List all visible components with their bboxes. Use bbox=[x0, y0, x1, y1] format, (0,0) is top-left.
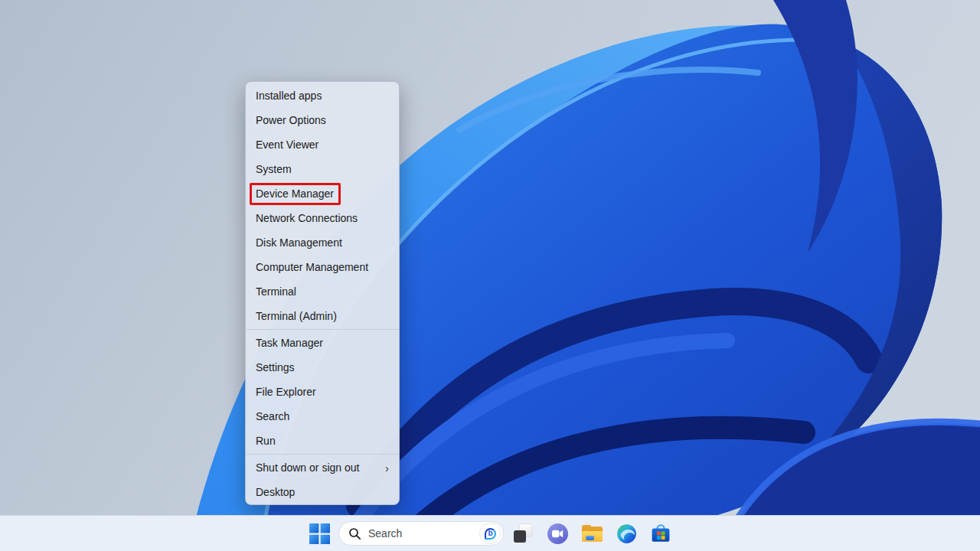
bing-chat-button[interactable]: b bbox=[479, 523, 501, 544]
chat-teams-button[interactable] bbox=[542, 518, 573, 549]
microsoft-store-icon bbox=[651, 523, 671, 543]
menu-item-label: Computer Management bbox=[256, 261, 368, 273]
windows-logo-icon bbox=[309, 523, 330, 544]
wallpaper-bloom bbox=[0, 0, 980, 551]
menu-item-label: Terminal (Admin) bbox=[256, 310, 337, 322]
file-explorer-icon bbox=[582, 525, 603, 543]
file-explorer-button[interactable] bbox=[577, 518, 607, 549]
menu-item-label: Shut down or sign out bbox=[256, 461, 359, 474]
menu-item-device-manager[interactable]: Device Manager bbox=[246, 181, 399, 206]
bing-icon: b bbox=[484, 527, 495, 539]
menu-item-label: Terminal bbox=[256, 285, 296, 298]
menu-item-label: Task Manager bbox=[256, 337, 323, 349]
search-icon bbox=[348, 527, 361, 540]
chat-teams-icon bbox=[547, 523, 568, 544]
menu-item-disk-management[interactable]: Disk Management bbox=[246, 230, 399, 255]
menu-item-desktop[interactable]: Desktop bbox=[246, 480, 399, 504]
menu-item-event-viewer[interactable]: Event Viewer bbox=[246, 132, 399, 157]
menu-item-terminal-admin[interactable]: Terminal (Admin) bbox=[246, 304, 399, 328]
desktop: Installed apps Power Options Event Viewe… bbox=[0, 0, 980, 551]
menu-item-label: Disk Management bbox=[256, 236, 342, 249]
menu-item-label: Network Connections bbox=[256, 212, 358, 224]
task-view-icon bbox=[513, 523, 533, 543]
menu-item-power-options[interactable]: Power Options bbox=[246, 108, 399, 132]
search-placeholder: Search bbox=[368, 527, 472, 540]
edge-browser-icon bbox=[616, 523, 637, 544]
menu-item-search[interactable]: Search bbox=[246, 404, 399, 429]
menu-item-task-manager[interactable]: Task Manager bbox=[246, 331, 399, 355]
menu-item-label: Event Viewer bbox=[256, 139, 318, 151]
menu-item-settings[interactable]: Settings bbox=[246, 355, 399, 380]
menu-item-run[interactable]: Run bbox=[246, 429, 399, 453]
taskbar: Search b bbox=[0, 515, 980, 551]
winx-menu: Installed apps Power Options Event Viewe… bbox=[245, 81, 400, 505]
taskbar-search-box[interactable]: Search b bbox=[338, 521, 504, 546]
menu-item-label: Desktop bbox=[256, 486, 295, 498]
chevron-right-icon: › bbox=[385, 462, 389, 474]
menu-item-label: Settings bbox=[256, 361, 295, 373]
menu-item-shutdown[interactable]: Shut down or sign out › bbox=[246, 455, 399, 480]
menu-item-label: Search bbox=[256, 410, 289, 422]
edge-browser-button[interactable] bbox=[611, 518, 642, 549]
menu-item-label: Run bbox=[256, 435, 276, 447]
menu-item-label: Device Manager bbox=[256, 187, 334, 200]
menu-item-computer-management[interactable]: Computer Management bbox=[246, 255, 399, 279]
menu-item-label: Installed apps bbox=[256, 90, 322, 102]
menu-separator bbox=[246, 329, 399, 330]
menu-item-network-connections[interactable]: Network Connections bbox=[246, 206, 399, 230]
start-button[interactable] bbox=[304, 518, 335, 549]
menu-item-system[interactable]: System bbox=[246, 157, 399, 181]
menu-item-file-explorer[interactable]: File Explorer bbox=[246, 380, 399, 404]
microsoft-store-button[interactable] bbox=[645, 518, 676, 549]
menu-item-installed-apps[interactable]: Installed apps bbox=[246, 83, 399, 108]
menu-separator bbox=[246, 454, 399, 455]
task-view-button[interactable] bbox=[508, 518, 538, 549]
menu-item-label: System bbox=[256, 163, 292, 175]
menu-item-terminal[interactable]: Terminal bbox=[246, 279, 399, 304]
menu-item-label: Power Options bbox=[256, 114, 326, 126]
menu-item-label: File Explorer bbox=[256, 386, 316, 398]
